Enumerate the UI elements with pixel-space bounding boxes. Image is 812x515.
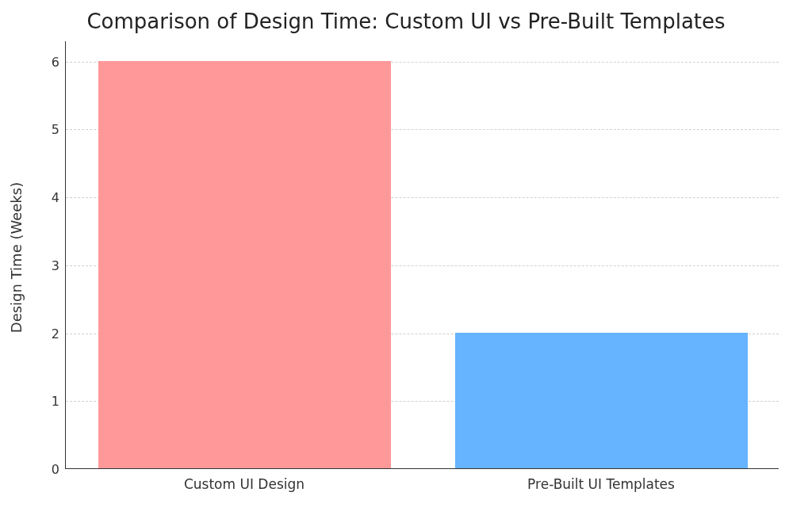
bar-pre-built-ui-templates: [455, 333, 748, 468]
chart-title: Comparison of Design Time: Custom UI vs …: [0, 10, 812, 33]
y-tick-label: 5: [34, 122, 66, 137]
y-tick-label: 4: [34, 190, 66, 205]
plot-area: 0123456Custom UI DesignPre-Built UI Temp…: [65, 41, 779, 469]
x-tick-label: Pre-Built UI Templates: [527, 468, 675, 492]
y-tick-label: 6: [34, 54, 66, 69]
bar-custom-ui-design: [98, 61, 391, 468]
y-tick-label: 2: [34, 326, 66, 341]
chart-container: Comparison of Design Time: Custom UI vs …: [0, 0, 812, 515]
y-tick-label: 1: [34, 394, 66, 409]
y-tick-label: 0: [34, 462, 66, 477]
y-tick-label: 3: [34, 258, 66, 273]
y-axis-label: Design Time (Weeks): [8, 182, 25, 333]
x-tick-label: Custom UI Design: [184, 468, 304, 492]
